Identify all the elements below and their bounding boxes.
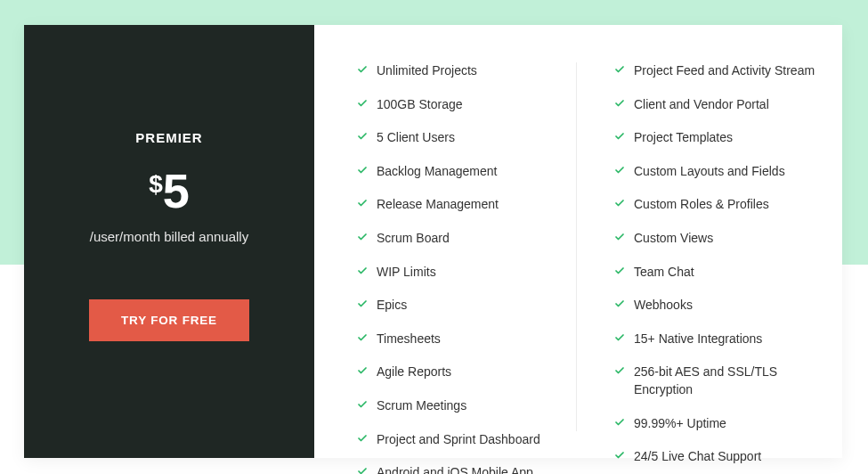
check-icon: [357, 466, 368, 474]
pointer-icon: [314, 258, 326, 282]
check-icon: [614, 332, 625, 343]
feature-label: WIP Limits: [377, 264, 436, 282]
check-icon: [357, 399, 368, 410]
check-icon: [357, 98, 368, 109]
check-icon: [357, 332, 368, 343]
feature-label: 15+ Native Integrations: [634, 331, 762, 348]
feature-item: Project and Sprint Dashboard: [357, 431, 558, 449]
check-icon: [357, 433, 368, 444]
feature-item: Project Templates: [614, 129, 815, 147]
feature-item: Custom Views: [614, 230, 815, 248]
feature-item: 99.99%+ Uptime: [614, 415, 815, 433]
feature-item: Project Feed and Activity Stream: [614, 62, 815, 80]
check-icon: [357, 232, 368, 242]
feature-label: Project and Sprint Dashboard: [377, 431, 540, 449]
check-icon: [614, 198, 625, 208]
features-column-2: Project Feed and Activity StreamClient a…: [576, 62, 815, 431]
feature-label: 100GB Storage: [377, 96, 463, 114]
feature-item: Epics: [357, 297, 558, 315]
billing-note: /user/month billed annually: [90, 229, 248, 244]
feature-item: WIP Limits: [357, 264, 558, 282]
check-icon: [614, 450, 625, 461]
features-panel: Unlimited Projects100GB Storage5 Client …: [314, 25, 842, 458]
feature-item: Scrum Meetings: [357, 397, 558, 415]
check-icon: [614, 64, 625, 75]
feature-label: Agile Reports: [377, 364, 451, 381]
feature-item: 100GB Storage: [357, 96, 558, 114]
plan-summary-panel: PREMIER $ 5 /user/month billed annually …: [24, 25, 314, 458]
feature-item: Client and Vendor Portal: [614, 96, 815, 114]
pricing-card: PREMIER $ 5 /user/month billed annually …: [24, 25, 842, 458]
feature-item: Scrum Board: [357, 230, 558, 248]
check-icon: [357, 165, 368, 176]
feature-label: 99.99%+ Uptime: [634, 415, 726, 433]
feature-label: Project Feed and Activity Stream: [634, 62, 815, 80]
check-icon: [614, 165, 625, 176]
currency-symbol: $: [149, 170, 163, 199]
check-icon: [614, 232, 625, 242]
feature-label: Epics: [377, 297, 407, 315]
feature-item: 15+ Native Integrations: [614, 331, 815, 348]
feature-label: Backlog Management: [377, 163, 497, 181]
feature-label: Custom Views: [634, 230, 713, 248]
check-icon: [357, 298, 368, 309]
feature-item: Android and iOS Mobile App: [357, 464, 558, 474]
price-amount: 5: [163, 167, 190, 215]
check-icon: [357, 131, 368, 142]
feature-label: Scrum Meetings: [377, 397, 466, 415]
check-icon: [614, 266, 625, 276]
check-icon: [614, 417, 625, 428]
feature-label: 24/5 Live Chat Support: [634, 448, 761, 466]
feature-item: 5 Client Users: [357, 129, 558, 147]
feature-item: Unlimited Projects: [357, 62, 558, 80]
check-icon: [357, 198, 368, 208]
check-icon: [614, 298, 625, 309]
feature-label: Unlimited Projects: [377, 62, 477, 80]
feature-item: Agile Reports: [357, 364, 558, 381]
check-icon: [357, 64, 368, 75]
plan-price: $ 5: [149, 167, 190, 215]
feature-label: Webhooks: [634, 297, 693, 315]
feature-label: 5 Client Users: [377, 129, 455, 147]
feature-item: 24/5 Live Chat Support: [614, 448, 815, 466]
feature-label: Team Chat: [634, 264, 694, 282]
feature-item: Backlog Management: [357, 163, 558, 181]
feature-label: Client and Vendor Portal: [634, 96, 769, 114]
feature-item: Custom Roles & Profiles: [614, 196, 815, 214]
try-for-free-button[interactable]: TRY FOR FREE: [89, 299, 249, 341]
features-column-1: Unlimited Projects100GB Storage5 Client …: [357, 62, 576, 431]
feature-label: Project Templates: [634, 129, 733, 147]
check-icon: [614, 98, 625, 109]
check-icon: [357, 266, 368, 276]
feature-label: 256-bit AES and SSL/TLS Encryption: [634, 364, 815, 398]
feature-item: Webhooks: [614, 297, 815, 315]
feature-label: Scrum Board: [377, 230, 450, 248]
feature-label: Custom Roles & Profiles: [634, 196, 769, 214]
plan-name: PREMIER: [135, 130, 202, 145]
feature-item: Custom Layouts and Fields: [614, 163, 815, 181]
check-icon: [614, 131, 625, 142]
feature-item: Team Chat: [614, 264, 815, 282]
check-icon: [357, 365, 368, 376]
feature-item: 256-bit AES and SSL/TLS Encryption: [614, 364, 815, 398]
feature-label: Android and iOS Mobile App: [377, 464, 533, 474]
feature-item: Timesheets: [357, 331, 558, 348]
check-icon: [614, 365, 625, 376]
feature-label: Custom Layouts and Fields: [634, 163, 785, 181]
feature-label: Release Management: [377, 196, 499, 214]
feature-item: Release Management: [357, 196, 558, 214]
feature-label: Timesheets: [377, 331, 441, 348]
